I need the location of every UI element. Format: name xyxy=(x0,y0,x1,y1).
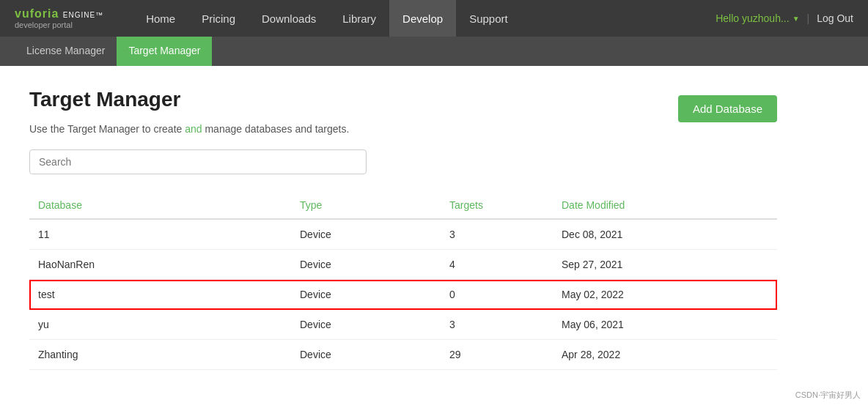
nav-library[interactable]: Library xyxy=(329,0,389,37)
page-description: Use the Target Manager to create and man… xyxy=(29,123,349,135)
nav-home[interactable]: Home xyxy=(133,0,188,37)
logo-sub: developer portal xyxy=(15,21,103,30)
sub-nav-license-manager[interactable]: License Manager xyxy=(15,37,117,66)
cell-type: Device xyxy=(291,219,441,250)
cell-date: May 02, 2022 xyxy=(553,280,777,310)
col-header-type[interactable]: Type xyxy=(291,192,441,219)
cell-targets: 4 xyxy=(441,250,553,280)
sub-nav-target-manager[interactable]: Target Manager xyxy=(117,37,212,66)
cell-type: Device xyxy=(291,340,441,370)
cell-database: HaoNanRen xyxy=(29,250,291,280)
cell-database: yu xyxy=(29,310,291,340)
table-row[interactable]: testDevice0May 02, 2022 xyxy=(29,280,777,310)
header-row: Target Manager Use the Target Manager to… xyxy=(29,88,777,149)
col-header-targets[interactable]: Targets xyxy=(441,192,553,219)
col-header-date[interactable]: Date Modified xyxy=(553,192,777,219)
desc-before: Use the Target Manager to create xyxy=(29,123,185,135)
chevron-down-icon: ▼ xyxy=(792,15,800,23)
cell-date: Apr 28, 2022 xyxy=(553,340,777,370)
page-header-left: Target Manager Use the Target Manager to… xyxy=(29,88,349,149)
table-row[interactable]: ZhantingDevice29Apr 28, 2022 xyxy=(29,340,777,370)
cell-targets: 0 xyxy=(441,280,553,310)
search-input[interactable] xyxy=(29,149,367,174)
nav-support[interactable]: Support xyxy=(456,0,521,37)
cell-date: May 06, 2021 xyxy=(553,310,777,340)
database-table: Database Type Targets Date Modified 11De… xyxy=(29,192,777,370)
table-header: Database Type Targets Date Modified xyxy=(29,192,777,219)
cell-type: Device xyxy=(291,250,441,280)
col-header-database[interactable]: Database xyxy=(29,192,291,219)
table-row[interactable]: 11Device3Dec 08, 2021 xyxy=(29,219,777,250)
logo-brand: vuforia engine™ xyxy=(15,7,103,21)
table-row[interactable]: yuDevice3May 06, 2021 xyxy=(29,310,777,340)
cell-targets: 29 xyxy=(441,340,553,370)
cell-database: Zhanting xyxy=(29,340,291,370)
logo: vuforia engine™ developer portal xyxy=(15,7,103,30)
cell-type: Device xyxy=(291,280,441,310)
logo-vuforia: vuforia engine™ xyxy=(15,7,103,20)
nav-pricing[interactable]: Pricing xyxy=(188,0,249,37)
cell-targets: 3 xyxy=(441,219,553,250)
nav-right: Hello yuzhouh... ▼ | Log Out xyxy=(716,12,853,24)
add-database-button[interactable]: Add Database xyxy=(678,95,777,122)
nav-links: Home Pricing Downloads Library Develop S… xyxy=(133,0,716,37)
sub-nav: License Manager Target Manager xyxy=(0,37,868,66)
nav-divider: | xyxy=(807,12,810,24)
table-row[interactable]: HaoNanRenDevice4Sep 27, 2021 xyxy=(29,250,777,280)
cell-database: 11 xyxy=(29,219,291,250)
cell-date: Sep 27, 2021 xyxy=(553,250,777,280)
table-body: 11Device3Dec 08, 2021HaoNanRenDevice4Sep… xyxy=(29,219,777,370)
nav-develop[interactable]: Develop xyxy=(389,0,456,37)
cell-date: Dec 08, 2021 xyxy=(553,219,777,250)
cell-targets: 3 xyxy=(441,310,553,340)
cell-database: test xyxy=(29,280,291,310)
cell-type: Device xyxy=(291,310,441,340)
user-greeting-text: Hello yuzhouh... xyxy=(716,12,789,24)
desc-after: manage databases and targets. xyxy=(202,123,350,135)
nav-downloads[interactable]: Downloads xyxy=(249,0,329,37)
main-content: Target Manager Use the Target Manager to… xyxy=(0,66,806,392)
logo-engine: engine™ xyxy=(63,11,103,19)
logout-link[interactable]: Log Out xyxy=(817,12,853,24)
desc-link[interactable]: and xyxy=(185,123,202,135)
user-greeting[interactable]: Hello yuzhouh... ▼ xyxy=(716,12,799,24)
page-title: Target Manager xyxy=(29,88,349,111)
watermark: CSDN·宇宙好男人 xyxy=(795,390,861,392)
top-nav: vuforia engine™ developer portal Home Pr… xyxy=(0,0,868,37)
